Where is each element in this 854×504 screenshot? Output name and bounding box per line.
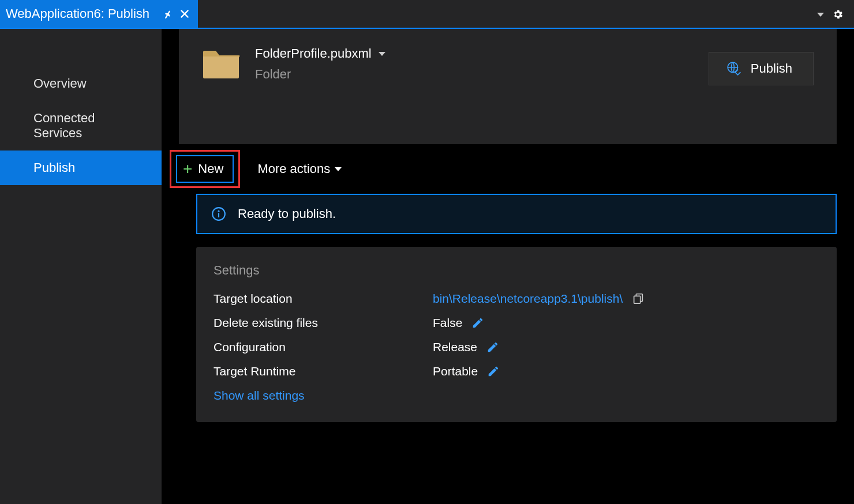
pin-icon[interactable] (161, 9, 171, 19)
setting-value: False (433, 316, 462, 330)
settings-panel: Settings Target location bin\Release\net… (196, 247, 837, 422)
info-icon (211, 206, 226, 221)
status-message: Ready to publish. (238, 206, 336, 221)
profile-subtitle: Folder (255, 67, 385, 82)
chevron-down-icon (379, 52, 385, 56)
document-tab-title: WebApplication6: Publish (6, 6, 149, 21)
sidebar-item-label: Publish (33, 160, 75, 175)
document-tab[interactable]: WebApplication6: Publish (0, 0, 198, 28)
svg-point-2 (218, 210, 219, 212)
publish-icon (726, 61, 741, 76)
sidebar-item-label: Connected Services (33, 111, 95, 140)
publish-button-label: Publish (751, 61, 792, 76)
tab-bar: WebApplication6: Publish (0, 0, 854, 29)
new-button-label: New (198, 161, 223, 176)
setting-configuration: Configuration Release (214, 340, 819, 354)
show-all-settings-link[interactable]: Show all settings (214, 389, 819, 403)
overflow-chevron-icon[interactable] (817, 13, 824, 17)
plus-icon: + (183, 161, 192, 177)
chevron-down-icon (335, 167, 342, 171)
status-info-box: Ready to publish. (196, 194, 837, 234)
new-button[interactable]: + New (176, 155, 234, 183)
gear-icon[interactable] (832, 9, 844, 20)
more-actions-label: More actions (257, 161, 330, 176)
setting-label: Configuration (214, 340, 433, 354)
setting-value: Portable (433, 364, 478, 378)
sidebar-item-publish[interactable]: Publish (0, 151, 162, 185)
setting-target-runtime: Target Runtime Portable (214, 364, 819, 378)
setting-label: Target Runtime (214, 364, 433, 378)
toolbar-row: + New More actions (162, 144, 854, 194)
edit-icon[interactable] (486, 341, 499, 353)
close-icon[interactable] (179, 9, 190, 19)
setting-label: Target location (214, 292, 433, 306)
sidebar-item-connected-services[interactable]: Connected Services (0, 101, 162, 151)
edit-icon[interactable] (471, 317, 484, 329)
profile-select[interactable]: FolderProfile.pubxml (255, 46, 385, 61)
publish-button[interactable]: Publish (709, 52, 814, 85)
setting-delete-existing-files: Delete existing files False (214, 316, 819, 330)
setting-label: Delete existing files (214, 316, 433, 330)
setting-value: Release (433, 340, 477, 354)
main-area: Overview Connected Services Publish Fold… (0, 29, 854, 504)
copy-icon[interactable] (632, 292, 645, 305)
sidebar: Overview Connected Services Publish (0, 29, 162, 504)
settings-title: Settings (214, 263, 819, 278)
svg-rect-5 (634, 296, 640, 303)
setting-value-link[interactable]: bin\Release\netcoreapp3.1\publish\ (433, 292, 623, 306)
more-actions-dropdown[interactable]: More actions (257, 161, 342, 176)
setting-target-location: Target location bin\Release\netcoreapp3.… (214, 292, 819, 306)
content-area: FolderProfile.pubxml Folder Publish (162, 29, 854, 504)
profile-header: FolderProfile.pubxml Folder Publish (179, 29, 837, 144)
sidebar-item-label: Overview (33, 76, 87, 91)
folder-icon (202, 47, 240, 78)
profile-name: FolderProfile.pubxml (255, 46, 372, 61)
edit-icon[interactable] (487, 365, 500, 378)
svg-rect-3 (218, 213, 219, 217)
sidebar-item-overview[interactable]: Overview (0, 66, 162, 101)
new-button-highlight-box: + New (170, 150, 240, 188)
